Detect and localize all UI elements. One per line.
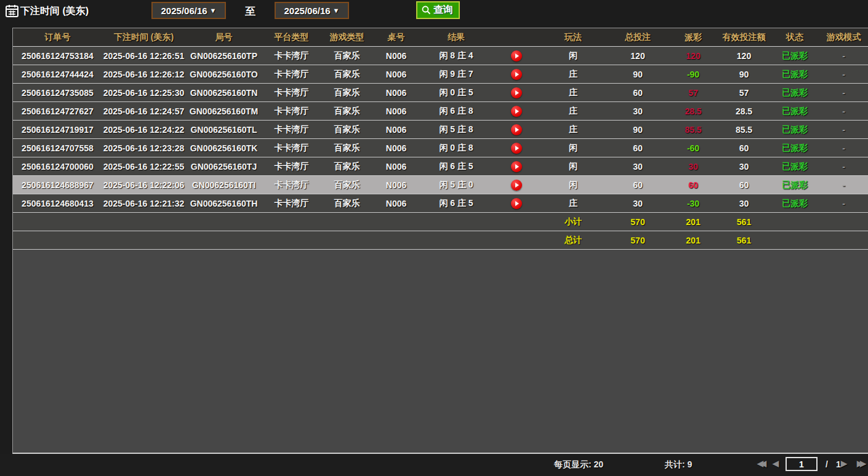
table-row[interactable]: 2506161247350852025-06-16 12:25:30GN0062… bbox=[13, 84, 868, 102]
play-video-icon[interactable] bbox=[511, 106, 522, 117]
date-to-value: 2025/06/16 bbox=[284, 6, 331, 16]
total-cell-total_bet: 570 bbox=[607, 213, 669, 231]
play-video-icon[interactable] bbox=[511, 143, 522, 154]
page-number-input[interactable] bbox=[786, 457, 818, 471]
cell-valid_bet: 60 bbox=[718, 139, 770, 157]
cell-platform: 卡卡湾厅 bbox=[262, 84, 321, 101]
cell-valid_bet: 30 bbox=[718, 194, 770, 212]
play-video-icon[interactable] bbox=[511, 87, 522, 98]
cell-video bbox=[493, 194, 539, 212]
table-row[interactable]: 2506161246889672025-06-16 12:22:06GN0062… bbox=[13, 176, 868, 194]
cell-result: 闲 0 庄 5 bbox=[419, 84, 493, 101]
date-from-picker[interactable]: 2025/06/16 ▼ bbox=[151, 2, 226, 19]
cell-game_mode: - bbox=[819, 176, 868, 194]
cell-bet_time: 2025-06-16 12:23:28 bbox=[102, 139, 185, 157]
cell-payout: -30 bbox=[669, 194, 718, 212]
cell-total_bet: 60 bbox=[607, 84, 669, 101]
play-video-icon[interactable] bbox=[511, 180, 522, 191]
cell-game_type: 百家乐 bbox=[321, 139, 373, 157]
total-cell-bet_time bbox=[102, 231, 185, 249]
table-row[interactable]: 2506161246804132025-06-16 12:21:32GN0062… bbox=[13, 194, 868, 213]
date-to-picker[interactable]: 2025/06/16 ▼ bbox=[275, 2, 349, 19]
table-row[interactable]: 2506161247075582025-06-16 12:23:28GN0062… bbox=[13, 139, 868, 157]
play-video-icon[interactable] bbox=[511, 50, 522, 61]
cell-valid_bet: 57 bbox=[718, 84, 770, 101]
last-page-icon[interactable]: ▶▶ bbox=[857, 459, 863, 468]
cell-round_id: GN006256160TK bbox=[185, 139, 262, 157]
table-row[interactable]: 2506161247199172025-06-16 12:24:22GN0062… bbox=[13, 121, 868, 139]
cell-bet_time: 2025-06-16 12:26:12 bbox=[102, 65, 185, 83]
cell-game_type: 百家乐 bbox=[321, 121, 373, 138]
total-cell-table_no bbox=[373, 213, 419, 231]
cell-platform: 卡卡湾厅 bbox=[262, 176, 321, 194]
cell-total_bet: 30 bbox=[607, 157, 669, 175]
cell-status: 已派彩 bbox=[770, 65, 819, 83]
cell-valid_bet: 60 bbox=[718, 176, 770, 194]
cell-valid_bet: 85.5 bbox=[718, 121, 770, 138]
cell-platform: 卡卡湾厅 bbox=[262, 65, 321, 83]
cell-play: 闲 bbox=[539, 47, 607, 65]
cell-bet_time: 2025-06-16 12:22:06 bbox=[102, 176, 185, 194]
cell-status: 已派彩 bbox=[770, 139, 819, 157]
first-page-icon[interactable]: ◀◀ bbox=[757, 459, 763, 468]
play-video-icon[interactable] bbox=[511, 161, 522, 172]
total-pages: 1 bbox=[836, 459, 841, 469]
cell-play: 庄 bbox=[539, 121, 607, 138]
cell-game_type: 百家乐 bbox=[321, 102, 373, 120]
cell-table_no: N006 bbox=[373, 84, 419, 101]
cell-table_no: N006 bbox=[373, 194, 419, 212]
record-count-value: 9 bbox=[688, 459, 693, 469]
cell-game_mode: - bbox=[819, 102, 868, 120]
total-cell-game_mode bbox=[819, 213, 868, 231]
cell-valid_bet: 28.5 bbox=[718, 102, 770, 120]
total-cell-order_id bbox=[13, 231, 102, 249]
record-count-label: 共计: bbox=[665, 459, 685, 469]
cell-total_bet: 60 bbox=[607, 176, 669, 194]
cell-order_id: 250616124707558 bbox=[13, 139, 102, 157]
play-video-icon[interactable] bbox=[511, 69, 522, 80]
column-header-payout: 派彩 bbox=[669, 28, 718, 46]
total-cell-payout: 201 bbox=[669, 231, 718, 249]
total-cell-play: 总计 bbox=[539, 231, 607, 249]
column-header-round_id: 局号 bbox=[185, 28, 262, 46]
cell-platform: 卡卡湾厅 bbox=[262, 194, 321, 212]
cell-result: 闲 6 庄 5 bbox=[419, 157, 493, 175]
date-from-value: 2025/06/16 bbox=[161, 6, 207, 16]
query-button[interactable]: 查询 bbox=[416, 1, 460, 19]
cell-game_type: 百家乐 bbox=[321, 47, 373, 65]
table-row[interactable]: 2506161247000602025-06-16 12:22:55GN0062… bbox=[13, 157, 868, 176]
cell-game_mode: - bbox=[819, 65, 868, 83]
table-row[interactable]: 2506161247276272025-06-16 12:24:57GN0062… bbox=[13, 102, 868, 121]
table-row[interactable]: 2506161247531842025-06-16 12:26:51GN0062… bbox=[13, 47, 868, 65]
cell-video bbox=[493, 139, 539, 157]
total-cell-result bbox=[419, 213, 493, 231]
cell-order_id: 250616124688967 bbox=[13, 176, 102, 194]
cell-video bbox=[493, 47, 539, 65]
cell-round_id: GN006256160TJ bbox=[185, 157, 262, 175]
column-header-game_mode: 游戏模式 bbox=[819, 28, 868, 46]
per-page-display: 每页显示: 20 bbox=[554, 459, 603, 470]
column-header-order_id: 订单号 bbox=[13, 28, 102, 46]
per-page-value: 20 bbox=[594, 459, 604, 469]
cell-round_id: GN006256160TO bbox=[185, 65, 262, 83]
total-cell-game_mode bbox=[819, 231, 868, 249]
cell-round_id: GN006256160TH bbox=[185, 194, 262, 212]
total-row: 总计570201561 bbox=[13, 231, 868, 250]
cell-bet_time: 2025-06-16 12:24:57 bbox=[102, 102, 185, 120]
total-cell-payout: 201 bbox=[669, 213, 718, 231]
cell-round_id: GN006256160TM bbox=[185, 102, 262, 120]
cell-total_bet: 30 bbox=[607, 102, 669, 120]
cell-bet_time: 2025-06-16 12:25:30 bbox=[102, 84, 185, 101]
play-video-icon[interactable] bbox=[511, 198, 522, 209]
cell-video bbox=[493, 65, 539, 83]
total-cell-total_bet: 570 bbox=[607, 231, 669, 249]
cell-payout: 85.5 bbox=[669, 121, 718, 138]
previous-page-icon[interactable]: ◀ bbox=[773, 459, 779, 468]
next-page-icon[interactable]: ▶ bbox=[841, 459, 847, 468]
table-row[interactable]: 2506161247444242025-06-16 12:26:12GN0062… bbox=[13, 65, 868, 84]
cell-order_id: 250616124680413 bbox=[13, 194, 102, 212]
total-cell-round_id bbox=[185, 231, 262, 249]
cell-status: 已派彩 bbox=[770, 47, 819, 65]
cell-result: 闲 9 庄 7 bbox=[419, 65, 493, 83]
play-video-icon[interactable] bbox=[511, 124, 522, 135]
